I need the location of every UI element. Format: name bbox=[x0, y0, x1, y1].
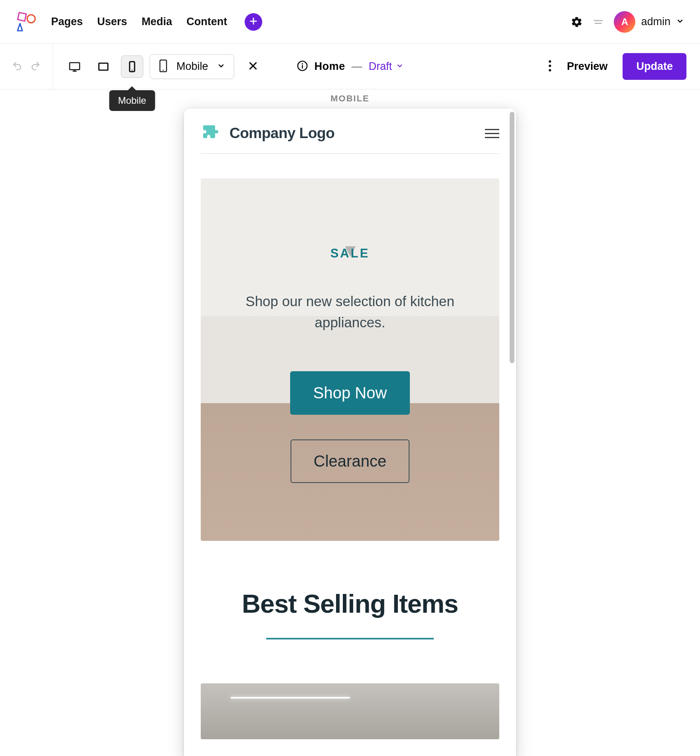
preview-button[interactable]: Preview bbox=[562, 60, 612, 73]
product-card-image[interactable] bbox=[201, 683, 499, 739]
info-icon[interactable] bbox=[297, 60, 308, 73]
nav-content[interactable]: Content bbox=[186, 16, 227, 28]
update-button[interactable]: Update bbox=[623, 53, 686, 80]
toolbar-page-info: Home — Draft bbox=[297, 60, 403, 73]
status-dropdown[interactable]: Draft bbox=[369, 60, 403, 73]
svg-point-6 bbox=[132, 69, 133, 71]
plus-icon bbox=[249, 17, 258, 27]
redo-button[interactable] bbox=[30, 61, 41, 73]
nav-links: Pages Users Media Content bbox=[51, 16, 227, 28]
settings-icon[interactable] bbox=[571, 16, 583, 28]
hero-section: SALE Shop our new selection of kitchen a… bbox=[201, 178, 499, 541]
svg-point-13 bbox=[549, 69, 551, 71]
svg-rect-4 bbox=[99, 63, 108, 70]
svg-point-12 bbox=[549, 65, 551, 67]
device-tablet-button[interactable] bbox=[92, 55, 115, 78]
page-title: Home bbox=[314, 60, 345, 73]
hero-eyebrow: SALE bbox=[330, 246, 370, 261]
canvas-area: MOBILE Company Logo bbox=[0, 89, 700, 756]
device-tooltip: Mobile bbox=[109, 90, 155, 111]
hamburger-menu-icon[interactable] bbox=[485, 129, 499, 138]
preview-content[interactable]: Company Logo SALE Shop our ne bbox=[184, 109, 516, 756]
more-options-button[interactable] bbox=[548, 60, 552, 73]
header-divider bbox=[201, 153, 499, 154]
device-select-dropdown[interactable]: Mobile bbox=[150, 54, 234, 79]
topbar-left-group: Pages Users Media Content bbox=[16, 12, 262, 32]
puzzle-icon bbox=[201, 123, 220, 144]
best-selling-heading: Best Selling Items bbox=[184, 589, 516, 619]
mobile-preview-frame: Company Logo SALE Shop our ne bbox=[184, 109, 516, 756]
app-logo-icon[interactable] bbox=[16, 12, 37, 32]
svg-point-11 bbox=[549, 60, 551, 63]
svg-marker-2 bbox=[18, 24, 22, 31]
device-select-label: Mobile bbox=[176, 60, 208, 73]
device-select-phone-icon bbox=[159, 59, 168, 74]
device-mobile-button[interactable]: Mobile bbox=[121, 55, 143, 78]
heading-underline bbox=[266, 638, 434, 639]
undo-redo-group bbox=[0, 44, 53, 89]
chevron-down-icon bbox=[396, 62, 403, 71]
site-logo-text: Company Logo bbox=[229, 125, 334, 142]
separator-dash: — bbox=[352, 60, 362, 73]
chevron-down-icon bbox=[217, 62, 225, 71]
toolbar-actions: Preview Update bbox=[548, 53, 700, 80]
shop-now-button[interactable]: Shop Now bbox=[290, 371, 410, 415]
svg-rect-0 bbox=[18, 12, 26, 21]
nav-pages[interactable]: Pages bbox=[51, 16, 83, 28]
nav-users[interactable]: Users bbox=[97, 16, 127, 28]
chevron-down-icon bbox=[676, 17, 684, 27]
editor-toolbar: Mobile Mobile Home — Draft bbox=[0, 44, 700, 89]
add-button[interactable] bbox=[245, 13, 262, 31]
svg-point-10 bbox=[302, 63, 303, 64]
top-navigation: Pages Users Media Content A admin bbox=[0, 0, 700, 44]
user-menu-dropdown[interactable]: A admin bbox=[614, 11, 684, 33]
avatar: A bbox=[614, 11, 635, 33]
close-device-button[interactable] bbox=[248, 61, 258, 73]
clearance-button[interactable]: Clearance bbox=[291, 439, 409, 483]
align-icon[interactable] bbox=[594, 20, 603, 24]
undo-button[interactable] bbox=[12, 61, 22, 73]
device-desktop-button[interactable] bbox=[63, 55, 86, 78]
nav-media[interactable]: Media bbox=[142, 16, 172, 28]
hero-description: Shop our new selection of kitchen applia… bbox=[201, 291, 499, 333]
username-label: admin bbox=[641, 16, 670, 28]
canvas-device-label: MOBILE bbox=[0, 93, 700, 104]
svg-point-1 bbox=[27, 15, 35, 23]
topbar-right-group: A admin bbox=[571, 11, 684, 33]
svg-point-8 bbox=[163, 69, 164, 71]
site-logo[interactable]: Company Logo bbox=[201, 123, 334, 144]
status-label: Draft bbox=[369, 60, 392, 73]
site-header: Company Logo bbox=[184, 109, 516, 153]
device-controls: Mobile Mobile bbox=[53, 44, 269, 89]
svg-rect-3 bbox=[70, 63, 80, 70]
